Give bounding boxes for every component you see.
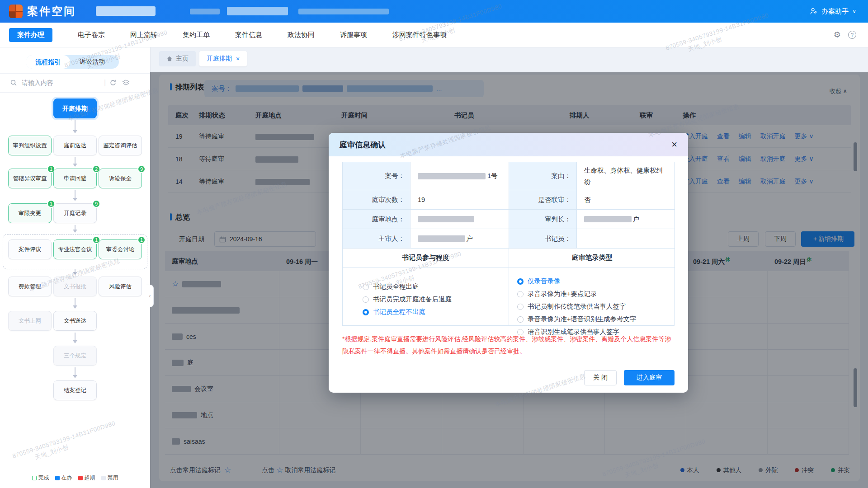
nav-work-order[interactable]: 集约工单 — [183, 31, 210, 39]
flow-node[interactable]: 2申请回避 — [53, 169, 97, 188]
redacted-text — [418, 173, 486, 179]
radio-option-selected[interactable]: 书记员全程不出庭 — [363, 308, 509, 316]
tab-court-schedule[interactable]: 开庭排期 × — [199, 51, 247, 66]
flow-arrow — [75, 120, 75, 133]
flow-node[interactable]: 文书送达 — [53, 311, 97, 331]
flow-node[interactable]: 9诉讼保全 — [99, 169, 142, 188]
radio-icon — [517, 291, 524, 297]
joint-review-value: 否 — [577, 190, 675, 210]
radio-option[interactable]: 录音录像为准+要点记录 — [517, 290, 675, 298]
sidebar-view-switch: 流程指引 诉讼活动 — [26, 55, 119, 69]
flow-node[interactable]: 费款管理 — [8, 277, 52, 296]
close-icon[interactable]: × — [236, 55, 240, 62]
assistant-label: 办案助手 — [821, 7, 849, 16]
gear-icon[interactable]: ⚙ — [834, 30, 841, 40]
count-badge: 9 — [137, 165, 146, 173]
nav-online-flow[interactable]: 网上流转 — [130, 31, 157, 39]
flow-node[interactable]: 1审委会讨论 — [99, 239, 142, 259]
layers-icon[interactable] — [122, 79, 130, 86]
flow-node[interactable]: 1审限变更 — [8, 203, 52, 223]
flow-arrow — [75, 333, 75, 343]
radio-option[interactable]: 书记员制作传统笔录供当事人签字 — [517, 302, 675, 311]
nav-case-info[interactable]: 案件信息 — [235, 31, 262, 39]
flow-node[interactable]: 1管辖异议审查 — [8, 169, 52, 188]
flow-node: 文书报批 — [53, 277, 97, 296]
case-number-value: 1号 — [410, 162, 509, 190]
search-input[interactable] — [21, 79, 104, 87]
dialog-title: 庭审信息确认 — [340, 140, 386, 150]
help-icon[interactable]: ? — [848, 31, 856, 39]
flow-arrow — [75, 157, 75, 166]
flow-node[interactable]: 1专业法官会议 — [53, 239, 97, 259]
tab-litigation-activity[interactable]: 诉讼活动 — [70, 58, 114, 66]
flow-node[interactable]: 审判组织设置 — [8, 136, 52, 155]
enter-hearing-button[interactable]: 进入庭审 — [624, 370, 675, 385]
radio-option[interactable]: 书记员完成开庭准备后退庭 — [363, 295, 509, 304]
nav-e-dossier[interactable]: 电子卷宗 — [78, 31, 105, 39]
flow-status-legend: 完成 在办 超期 禁用 — [0, 474, 150, 482]
legend-working-swatch — [55, 476, 60, 480]
radio-icon — [363, 296, 369, 303]
tab-process-guide[interactable]: 流程指引 — [26, 55, 70, 69]
close-button[interactable]: 关 闭 — [584, 370, 617, 385]
flow-node[interactable]: 案件评议 — [8, 239, 52, 259]
tab-home[interactable]: 主页 — [159, 51, 196, 66]
flow-node[interactable]: 风险评估 — [99, 277, 142, 296]
redacted-header-text — [227, 7, 288, 15]
redacted-header-text — [96, 6, 156, 16]
nav-case-handling[interactable]: 案件办理 — [9, 28, 52, 42]
dialog-footer: 关 闭 进入庭审 — [329, 364, 688, 393]
flow-node-court-schedule[interactable]: 开庭排期 — [53, 99, 97, 118]
assistant-menu[interactable]: 办案助手 ∨ — [810, 0, 856, 23]
live-broadcast-warning: *根据规定,案件庭审直播需要进行风险评估,经风险评估较高的案件、涉敏感案件、涉密… — [342, 333, 675, 357]
cause-value: 生命权、身体权、健康权纠纷 — [577, 162, 675, 190]
legend-done-swatch — [32, 476, 37, 480]
sidebar-search-row: | — [0, 75, 150, 90]
redacted-header-text — [190, 9, 220, 14]
top-nav: 案件办理 电子卷宗 网上流转 集约工单 案件信息 政法协同 诉服事项 涉网案件特… — [0, 23, 868, 47]
flow-arrow — [75, 298, 75, 308]
count-badge: 9 — [92, 200, 100, 208]
hearing-place-value — [410, 210, 509, 229]
close-icon[interactable]: × — [671, 140, 677, 150]
radio-icon — [517, 316, 524, 323]
home-icon — [166, 56, 173, 62]
divider — [0, 92, 150, 93]
sidebar: 流程指引 诉讼活动 | 开庭排期 审判组织设置 庭前送达 鉴定咨询评估 1管辖异… — [0, 47, 151, 488]
participation-section-title: 书记员参与程度 — [343, 249, 509, 267]
user-edit-icon — [810, 7, 818, 15]
flow-arrow — [75, 269, 75, 275]
flow-node[interactable]: 鉴定咨询评估 — [99, 136, 142, 155]
redacted-header-text — [298, 9, 389, 14]
chevron-down-icon: ∨ — [852, 8, 856, 14]
hearing-info-table: 案号： 1号 案由： 生命权、身体权、健康权纠纷 庭审次数： 19 是否联审： … — [342, 162, 675, 326]
record-type-section-title: 庭审笔录类型 — [509, 249, 675, 267]
session-count-value: 19 — [410, 190, 509, 210]
presiding-judge-value: 户 — [410, 229, 509, 249]
radio-option-selected[interactable]: 仅录音录像 — [517, 277, 675, 286]
flow-node[interactable]: 庭前送达 — [53, 136, 97, 155]
sidebar-collapse-handle[interactable]: ‹ — [146, 285, 154, 307]
nav-service-items[interactable]: 诉服事项 — [340, 31, 367, 39]
count-badge: 1 — [137, 236, 146, 244]
redacted-text — [418, 235, 465, 242]
radio-icon — [363, 284, 369, 290]
divider: | — [104, 79, 106, 87]
dialog-header: 庭审信息确认 × — [329, 133, 688, 156]
search-icon — [10, 79, 17, 86]
flow-arrow — [75, 225, 75, 232]
process-flowchart: 开庭排期 审判组织设置 庭前送达 鉴定咨询评估 1管辖异议审查 2申请回避 9诉… — [0, 94, 150, 438]
radio-option[interactable]: 书记员全程出庭 — [363, 282, 509, 291]
radio-option[interactable]: 录音录像为准+语音识别生成参考文字 — [517, 315, 675, 324]
radio-icon — [517, 304, 524, 310]
refresh-icon[interactable] — [109, 79, 117, 86]
app-header: 案件空间 办案助手 ∨ — [0, 0, 868, 23]
nav-net-case-items[interactable]: 涉网案件特色事项 — [392, 31, 447, 39]
flow-node[interactable]: 结案登记 — [53, 380, 97, 400]
app-title: 案件空间 — [27, 4, 76, 19]
radio-icon — [517, 278, 524, 285]
flow-node: 文书上网 — [8, 311, 52, 331]
nav-legal-coop[interactable]: 政法协同 — [288, 31, 315, 39]
redacted-text — [418, 216, 474, 222]
flow-node[interactable]: 9开庭记录 — [53, 203, 97, 223]
